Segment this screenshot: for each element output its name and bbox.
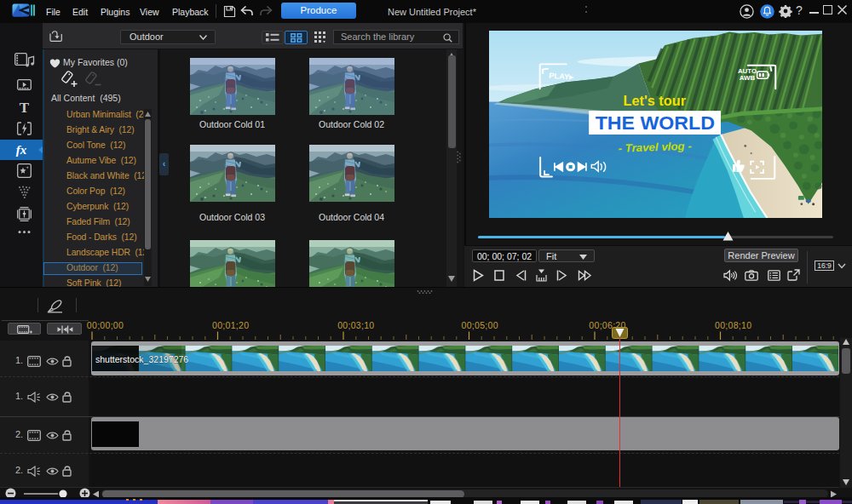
svg-text:shutterstock_32197276: shutterstock_32197276 bbox=[95, 354, 188, 364]
svg-text:AWB: AWB bbox=[739, 74, 755, 82]
svg-text:PLAY▸: PLAY▸ bbox=[548, 72, 574, 82]
svg-text:- Travel vlog -: - Travel vlog - bbox=[618, 140, 692, 155]
svg-text:THE WORLD: THE WORLD bbox=[595, 112, 714, 135]
svg-text:Let's tour: Let's tour bbox=[623, 93, 685, 108]
